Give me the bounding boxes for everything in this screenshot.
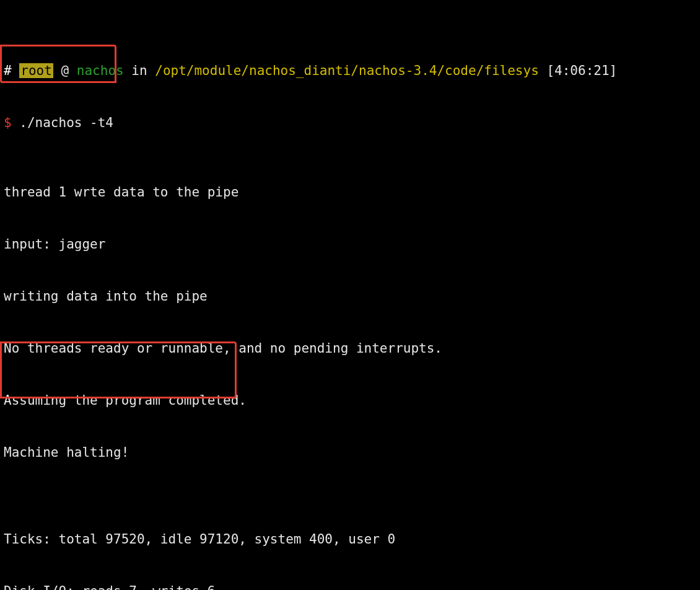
prompt-host: nachos: [77, 63, 124, 78]
output-line: No threads ready or runnable, and no pen…: [4, 340, 696, 357]
command-line-1: $ ./nachos -t4: [4, 114, 696, 131]
prompt-time: [4:06:21]: [539, 63, 617, 78]
prompt-in: in: [124, 63, 155, 78]
prompt-user: root: [19, 63, 53, 78]
output-line: Disk I/O: reads 7, writes 6: [4, 583, 696, 590]
prompt-hash: #: [4, 63, 12, 78]
output-line: writing data into the pipe: [4, 288, 696, 305]
output-line: Machine halting!: [4, 444, 696, 461]
prompt-at: @: [53, 63, 77, 78]
command-text: ./nachos -t4: [12, 115, 113, 130]
prompt-dollar: $: [4, 115, 12, 130]
prompt-path: /opt/module/nachos_dianti/nachos-3.4/cod…: [155, 63, 539, 78]
terminal-output[interactable]: # root @ nachos in /opt/module/nachos_di…: [0, 0, 700, 590]
output-line: Assuming the program completed.: [4, 392, 696, 409]
output-line: input: jagger: [4, 236, 696, 253]
output-line: Ticks: total 97520, idle 97120, system 4…: [4, 531, 696, 548]
prompt-line-1: # root @ nachos in /opt/module/nachos_di…: [4, 62, 696, 79]
output-line: thread 1 wrte data to the pipe: [4, 183, 696, 201]
